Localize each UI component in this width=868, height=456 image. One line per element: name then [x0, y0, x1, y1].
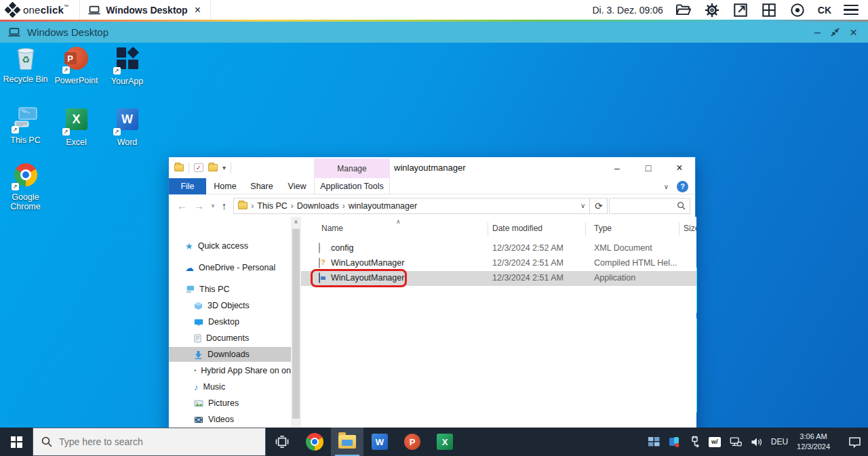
- column-header-name[interactable]: Name: [321, 224, 343, 233]
- tab-application-tools[interactable]: Application Tools: [314, 178, 390, 194]
- forward-button[interactable]: →: [194, 200, 204, 211]
- sidebar-item-hybrid-app-share[interactable]: Hybrid App Share on on: [169, 363, 291, 378]
- sidebar-item-3d-objects[interactable]: 3D Objects: [169, 298, 291, 313]
- help-button[interactable]: ?: [677, 181, 688, 192]
- file-row-winlayoutmanager-app-selected[interactable]: WinLayoutManager 12/3/2024 2:51 AM Appli…: [301, 271, 696, 286]
- address-dropdown-icon[interactable]: ∨: [580, 202, 585, 209]
- tray-w-badge-icon[interactable]: w/: [709, 437, 721, 447]
- file-type: Compiled HTML Hel...: [594, 258, 677, 268]
- sidebar-item-videos[interactable]: Videos: [169, 412, 291, 427]
- tray-network-icon[interactable]: [730, 436, 742, 447]
- desktop-icon-label: PowerPoint: [51, 76, 102, 85]
- column-header-date-modified[interactable]: Date modified: [492, 224, 542, 233]
- sidebar-item-pictures[interactable]: Pictures: [169, 396, 291, 411]
- maximize-button[interactable]: □: [633, 157, 664, 178]
- file-type: Application: [594, 273, 635, 283]
- desktop-icon-google-chrome[interactable]: ↗ Google Chrome: [0, 162, 51, 212]
- explorer-search-input[interactable]: [610, 199, 677, 213]
- desktop-icon-yourapp[interactable]: ↗ YourApp: [102, 45, 153, 86]
- tray-speaker-icon[interactable]: [751, 437, 762, 447]
- powerpoint-icon: P: [404, 434, 420, 450]
- settings-gear-icon[interactable]: [704, 2, 720, 18]
- session-restore-icon[interactable]: [830, 27, 840, 37]
- breadcrumb-downloads[interactable]: Downloads: [297, 201, 339, 211]
- sidebar-item-onedrive[interactable]: ☁ OneDrive - Personal: [169, 260, 291, 275]
- taskbar-search-input[interactable]: [59, 436, 235, 447]
- desktop-icon-word[interactable]: W↗ Word: [102, 106, 153, 147]
- document-icon: [194, 334, 201, 343]
- tray-usb-icon[interactable]: [690, 436, 700, 448]
- sidebar-item-downloads[interactable]: Downloads: [169, 347, 291, 362]
- fullscreen-icon[interactable]: [732, 2, 749, 18]
- session-tab[interactable]: Windows Desktop ×: [79, 0, 211, 20]
- sidebar-item-this-pc[interactable]: This PC: [169, 282, 291, 297]
- tab-home[interactable]: Home: [208, 178, 242, 194]
- start-button[interactable]: [0, 428, 33, 456]
- scrollbar-thumb[interactable]: [292, 229, 300, 419]
- taskbar-excel-button[interactable]: X: [429, 428, 461, 456]
- breadcrumb[interactable]: › This PC › Downloads › winlayoutmanager…: [233, 198, 590, 214]
- refresh-button[interactable]: ⟳: [590, 198, 608, 214]
- application-file-icon: [319, 273, 328, 284]
- taskbar-word-button[interactable]: W: [363, 428, 396, 456]
- recent-locations-caret-icon[interactable]: ∨: [211, 203, 215, 209]
- tab-close-icon[interactable]: ×: [193, 5, 202, 16]
- record-icon[interactable]: [789, 2, 806, 18]
- star-icon: ★: [185, 241, 193, 251]
- navigation-scrollbar[interactable]: ∧ ∨: [291, 217, 301, 444]
- file-row-winlayoutmanager-help[interactable]: ? WinLayoutManager 12/3/2024 2:51 AM Com…: [301, 256, 696, 271]
- menu-hamburger-icon[interactable]: [844, 5, 859, 16]
- search-icon: [41, 436, 52, 447]
- tab-share[interactable]: Share: [245, 178, 279, 194]
- file-row-config[interactable]: config 12/3/2024 2:52 AM XML Document: [301, 241, 696, 256]
- qat-properties-icon[interactable]: ✓: [194, 163, 203, 172]
- explorer-search-box[interactable]: [609, 198, 690, 214]
- close-button[interactable]: ×: [664, 157, 695, 178]
- desktop-icon-label: YourApp: [102, 77, 153, 86]
- sidebar-item-desktop[interactable]: Desktop: [169, 314, 291, 329]
- sidebar-item-label: Desktop: [208, 317, 239, 327]
- taskbar-file-explorer-button[interactable]: [331, 428, 363, 456]
- excel-icon: X: [437, 434, 453, 450]
- desktop-icon-powerpoint[interactable]: P↗ PowerPoint: [51, 45, 102, 85]
- cube-icon: [194, 302, 203, 310]
- desktop-icon-this-pc[interactable]: ↗ This PC: [0, 106, 51, 145]
- taskbar-search[interactable]: [33, 428, 266, 456]
- laptop-icon: [88, 5, 100, 15]
- column-header-size[interactable]: Size: [684, 224, 696, 233]
- desktop-icon-excel[interactable]: X↗ Excel: [51, 106, 102, 147]
- session-minimize-icon[interactable]: –: [814, 27, 821, 38]
- back-button[interactable]: ←: [177, 200, 187, 211]
- action-center-icon[interactable]: [848, 436, 861, 448]
- tray-grid-icon[interactable]: [648, 437, 660, 447]
- column-header-type[interactable]: Type: [594, 224, 612, 233]
- taskbar-powerpoint-button[interactable]: P: [396, 428, 429, 456]
- tab-file[interactable]: File: [169, 178, 206, 194]
- task-view-button[interactable]: [266, 428, 298, 456]
- manage-contextual-header[interactable]: Manage: [314, 159, 390, 178]
- tray-app-icon[interactable]: [669, 436, 681, 448]
- clock[interactable]: 3:06 AM 12/3/2024: [797, 432, 830, 452]
- user-initials[interactable]: CK: [818, 5, 831, 16]
- desktop-icon-recycle-bin[interactable]: ♻ Recycle Bin: [0, 45, 51, 84]
- chrome-icon: [306, 433, 323, 451]
- minimize-button[interactable]: –: [601, 157, 633, 178]
- session-close-icon[interactable]: ×: [850, 26, 857, 39]
- window-layout-icon[interactable]: [761, 2, 777, 18]
- qat-customize-caret-icon[interactable]: ▾: [222, 164, 226, 171]
- qat-new-folder-icon[interactable]: [208, 164, 218, 171]
- sidebar-item-label: This PC: [199, 285, 229, 294]
- file-name: WinLayoutManager: [331, 273, 404, 283]
- language-indicator[interactable]: DEU: [771, 437, 788, 447]
- breadcrumb-this-pc[interactable]: This PC: [257, 201, 287, 211]
- expand-ribbon-icon[interactable]: ∨: [664, 183, 669, 190]
- breadcrumb-winlayoutmanager[interactable]: winlayoutmanager: [349, 201, 417, 211]
- sidebar-item-quick-access[interactable]: ★ Quick access: [169, 239, 291, 253]
- sidebar-item-music[interactable]: ♪ Music: [169, 379, 291, 394]
- scroll-up-icon[interactable]: ∧: [291, 217, 301, 227]
- up-button[interactable]: ↑: [222, 200, 227, 211]
- tab-view[interactable]: View: [281, 178, 313, 194]
- sidebar-item-documents[interactable]: Documents: [169, 331, 291, 346]
- taskbar-chrome-button[interactable]: [298, 428, 331, 456]
- files-icon[interactable]: [675, 2, 692, 18]
